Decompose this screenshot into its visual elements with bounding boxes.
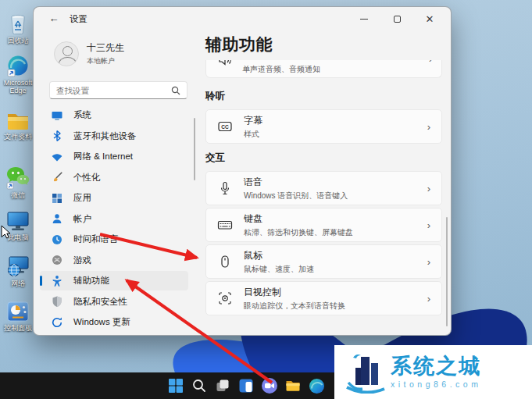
row-mouse[interactable]: 鼠标 鼠标键、速度、加速 ›	[205, 244, 442, 279]
chevron-right-icon: ›	[427, 293, 430, 305]
chevron-right-icon: ›	[429, 60, 432, 65]
windows-update-icon	[51, 316, 63, 329]
svg-text:CC: CC	[221, 124, 229, 130]
back-button[interactable]: ←	[46, 12, 62, 26]
gaming-icon	[51, 254, 63, 266]
chat-button[interactable]	[260, 376, 279, 395]
bluetooth-icon	[51, 130, 63, 142]
page-title: 辅助功能	[205, 34, 442, 55]
file-explorer-icon	[284, 377, 302, 394]
sidebar-item-bluetooth[interactable]: 蓝牙和其他设备	[40, 126, 188, 146]
row-title: 语音	[244, 176, 427, 189]
account-type: 本地帐户	[87, 56, 124, 66]
search-input[interactable]	[56, 86, 171, 95]
sidebar-item-privacy[interactable]: 隐私和安全性	[40, 292, 188, 312]
accounts-icon	[51, 212, 63, 225]
chat-icon	[261, 377, 278, 394]
taskbar-search-icon	[191, 378, 207, 394]
search-icon	[171, 86, 180, 95]
row-title: 鼠标	[244, 249, 427, 262]
search-box[interactable]	[49, 81, 187, 99]
content-scrollbar[interactable]	[446, 217, 448, 326]
desktop-icon-control-panel[interactable]: 控制面板	[0, 300, 36, 332]
chevron-right-icon: ›	[427, 256, 430, 268]
control-panel-icon	[6, 300, 30, 323]
row-title: 键盘	[244, 212, 427, 226]
desktop-icon-edge[interactable]: Microsoft Edge	[0, 55, 36, 95]
privacy-icon	[51, 295, 63, 308]
row-title: 字幕	[244, 114, 427, 127]
network-wifi-icon	[51, 151, 63, 163]
content-pane: 辅助功能 单声道音频、音频通知 › 聆听 CC 字幕 样式 ›	[205, 7, 442, 315]
sidebar-item-accounts[interactable]: 帐户	[40, 209, 188, 229]
sidebar-item-gaming[interactable]: 游戏	[40, 251, 188, 270]
row-subtitle: 眼动追踪仪，文本到语音转换	[244, 301, 427, 312]
section-label-interaction: 交互	[205, 151, 442, 165]
widgets-button[interactable]	[237, 376, 255, 395]
sidebar-item-apps[interactable]: 应用	[40, 188, 188, 208]
desktop-icon-wechat[interactable]: 微信	[0, 166, 36, 199]
start-icon	[168, 378, 184, 394]
sidebar-item-system[interactable]: 系统	[40, 105, 188, 125]
desktop-icon-label: 文件资料	[0, 133, 36, 141]
user-profile[interactable]: 十三先生 本地帐户	[54, 41, 124, 66]
recycle-bin-icon	[6, 11, 30, 36]
watermark: 系统之城 xitong86.com	[334, 345, 532, 399]
watermark-url: xitong86.com	[391, 379, 481, 389]
audio-row-clipped[interactable]: 单声道音频、音频通知 ›	[205, 60, 442, 78]
widgets-icon	[238, 378, 254, 394]
mouse-cursor	[1, 225, 12, 240]
personalization-icon	[51, 171, 63, 183]
wechat-icon	[5, 166, 30, 191]
captions-icon: CC	[217, 119, 233, 134]
sidebar-nav: 系统 蓝牙和其他设备 网络 & Internet 个性化 应用 帐户	[40, 105, 188, 333]
row-subtitle: 鼠标键、速度、加速	[244, 264, 427, 275]
desktop-icon-label: 控制面板	[0, 324, 36, 332]
start-button[interactable]	[166, 376, 185, 395]
row-speech[interactable]: 语音 Windows 语音识别、语音键入 ›	[205, 171, 442, 205]
row-keyboard[interactable]: 键盘 粘滞、筛选和切换键、屏幕键盘 ›	[205, 208, 442, 242]
desktop-icon-label: 回收站	[0, 37, 36, 45]
chevron-right-icon: ›	[427, 121, 430, 133]
row-subtitle: 样式	[244, 129, 427, 140]
desktop-icon-label: Microsoft Edge	[0, 79, 36, 95]
task-view-icon	[215, 378, 230, 394]
desktop-icon-network[interactable]: 网络	[0, 253, 36, 287]
row-subtitle: 粘滞、筛选和切换键、屏幕键盘	[244, 227, 427, 238]
accessibility-icon	[51, 275, 63, 287]
eye-control-icon	[217, 290, 233, 306]
sidebar-item-windows-update[interactable]: Windows 更新	[40, 312, 188, 332]
desktop: 回收站 Microsoft Edge 文件资料	[0, 0, 532, 399]
file-explorer-button[interactable]	[284, 376, 302, 395]
row-captions[interactable]: CC 字幕 样式 ›	[205, 109, 442, 144]
row-subtitle: 单声道音频、音频通知	[242, 64, 320, 75]
chevron-right-icon: ›	[427, 183, 430, 194]
sidebar-item-personalization[interactable]: 个性化	[40, 168, 188, 187]
row-eye-control[interactable]: 目视控制 眼动追踪仪，文本到语音转换 ›	[205, 281, 442, 315]
watermark-logo	[345, 351, 386, 394]
edge-icon	[6, 55, 30, 78]
sidebar-item-time-language[interactable]: 时间和语言	[40, 230, 188, 249]
chevron-right-icon: ›	[427, 219, 430, 231]
task-view-button[interactable]	[213, 376, 232, 395]
sidebar-item-network[interactable]: 网络 & Internet	[40, 147, 188, 166]
desktop-icon-folder[interactable]: 文件资料	[0, 111, 36, 141]
section-label-hearing: 聆听	[205, 90, 442, 103]
edge-taskbar-button[interactable]	[307, 376, 326, 395]
watermark-title: 系统之城	[391, 355, 481, 377]
network-places-icon	[5, 253, 30, 279]
speech-icon	[217, 180, 233, 196]
avatar	[54, 41, 79, 66]
desktop-icon-label: 微信	[0, 191, 36, 199]
desktop-icon-recycle-bin[interactable]: 回收站	[0, 11, 36, 45]
time-language-icon	[51, 233, 63, 246]
user-name: 十三先生	[87, 41, 124, 55]
settings-window: ← 设置 ✕ 十三先生 本地帐户	[33, 6, 452, 336]
system-icon	[51, 109, 63, 122]
sidebar-scrollbar[interactable]	[194, 118, 195, 180]
mouse-icon	[217, 254, 233, 269]
desktop-icon-label: 网络	[0, 280, 36, 287]
sidebar-item-accessibility[interactable]: 辅助功能	[40, 271, 188, 290]
taskbar-search-button[interactable]	[190, 376, 209, 395]
window-title: 设置	[70, 13, 87, 25]
